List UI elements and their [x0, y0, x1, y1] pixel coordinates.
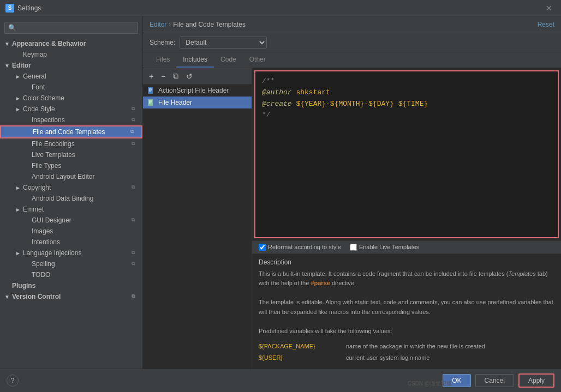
template-item-label: ActionScript File Header — [158, 87, 229, 94]
desc-text-4: The template is editable. Along with sta… — [259, 299, 553, 315]
sidebar-item-todo[interactable]: TODO — [0, 269, 142, 280]
tab-files[interactable]: Files — [150, 52, 176, 68]
close-button[interactable]: ✕ — [542, 3, 556, 14]
sidebar-item-label: Plugins — [12, 282, 35, 290]
tab-includes[interactable]: Includes — [176, 52, 214, 68]
window-title: Settings — [17, 4, 542, 12]
sidebar-item-label: Intentions — [32, 238, 60, 246]
variables-table: ${PACKAGE_NAME} name of the package in w… — [259, 341, 554, 364]
sidebar-item-appearance[interactable]: Appearance & Behavior — [0, 38, 142, 49]
sidebar: Appearance & Behavior Keymap Editor Gene… — [0, 16, 143, 369]
table-row: ${USER} current user system login name — [259, 352, 554, 364]
sidebar-item-inspections[interactable]: Inspections ⧉ — [0, 114, 142, 125]
desc-parse-directive: #parse — [311, 280, 330, 286]
remove-template-button[interactable]: − — [158, 71, 168, 82]
main-container: Appearance & Behavior Keymap Editor Gene… — [0, 16, 561, 392]
desc-text-5: Predefined variables will take the follo… — [259, 328, 392, 334]
sidebar-item-android-data-binding[interactable]: Android Data Binding — [0, 193, 142, 204]
reformat-label[interactable]: Reformat according to style — [268, 244, 341, 250]
scheme-select[interactable]: Default Project — [180, 37, 267, 49]
sidebar-item-label: Code Style — [23, 105, 55, 113]
template-item-file-header[interactable]: File Header — [143, 97, 252, 108]
sidebar-item-plugins[interactable]: Plugins — [0, 280, 142, 291]
code-editor[interactable]: /** @author shkstart @create ${YEAR}-${M… — [254, 70, 559, 238]
reformat-option: Reformat according to style — [259, 244, 341, 251]
options-bar: Reformat according to style Enable Live … — [252, 240, 561, 254]
sidebar-item-label: GUI Designer — [32, 216, 71, 224]
sidebar-item-label: File Encodings — [32, 140, 75, 148]
sidebar-item-images[interactable]: Images — [0, 226, 142, 237]
svg-rect-0 — [148, 87, 153, 94]
code-line-1: /** — [262, 76, 551, 87]
sidebar-item-file-encodings[interactable]: File Encodings ⧉ — [0, 138, 142, 149]
copy-icon: ⧉ — [132, 106, 138, 112]
arrow-icon — [15, 207, 22, 213]
live-templates-label[interactable]: Enable Live Templates — [359, 244, 419, 250]
sidebar-item-label: Images — [32, 227, 53, 235]
template-item-actionscript[interactable]: ActionScript File Header — [143, 85, 252, 97]
copy-icon: ⧉ — [132, 184, 138, 191]
code-line-3: @create ${YEAR}-${MONTH}-${DAY} ${TIME} — [262, 99, 551, 110]
apply-button[interactable]: Apply — [518, 373, 554, 388]
sidebar-item-label: Keymap — [23, 51, 47, 58]
tab-other[interactable]: Other — [243, 52, 272, 68]
sidebar-item-file-types[interactable]: File Types — [0, 160, 142, 171]
arrow-icon — [15, 106, 22, 112]
ok-button[interactable]: OK — [443, 374, 470, 387]
app-icon: S — [5, 4, 14, 13]
scheme-bar: Scheme: Default Project — [143, 33, 561, 52]
table-row: ${PACKAGE_NAME} name of the package in w… — [259, 341, 554, 353]
code-editor-panel: /** @author shkstart @create ${YEAR}-${M… — [252, 68, 561, 369]
sidebar-item-language-injections[interactable]: Language Injections ⧉ — [0, 248, 142, 258]
reset-button[interactable]: Reset — [538, 21, 554, 28]
cancel-button[interactable]: Cancel — [475, 374, 514, 387]
sidebar-item-keymap[interactable]: Keymap — [0, 49, 142, 60]
sidebar-item-gui-designer[interactable]: GUI Designer ⧉ — [0, 215, 142, 226]
live-templates-checkbox[interactable] — [350, 244, 357, 251]
tab-code[interactable]: Code — [214, 52, 243, 68]
add-template-button[interactable]: + — [146, 71, 156, 82]
reformat-checkbox[interactable] — [259, 244, 266, 251]
var-desc-2: current user system login name — [346, 352, 554, 364]
arrow-icon — [4, 63, 11, 69]
code-line-2: @author shkstart — [262, 87, 551, 99]
template-item-label: File Header — [158, 99, 192, 106]
help-button[interactable]: ? — [7, 375, 19, 387]
bottom-bar: ? OK Cancel Apply — [0, 369, 561, 392]
sidebar-item-color-scheme[interactable]: Color Scheme — [0, 93, 142, 104]
sidebar-item-emmet[interactable]: Emmet — [0, 204, 142, 215]
file-icon — [147, 87, 155, 94]
sidebar-item-label: Font — [32, 83, 45, 91]
sidebar-item-copyright[interactable]: Copyright ⧉ — [0, 182, 142, 193]
sidebar-item-spelling[interactable]: Spelling ⧉ — [0, 258, 142, 269]
code-line-4: */ — [262, 110, 551, 121]
sidebar-item-file-and-code-templates[interactable]: File and Code Templates ⧉ — [0, 125, 142, 138]
sidebar-item-label: File Types — [32, 162, 61, 170]
sidebar-item-live-templates[interactable]: Live Templates — [0, 149, 142, 160]
sidebar-item-code-style[interactable]: Code Style ⧉ — [0, 104, 142, 114]
sidebar-item-general[interactable]: General — [0, 71, 142, 82]
copy-icon: ⧉ — [130, 129, 137, 135]
tab-bar: Files Includes Code Other — [143, 52, 561, 68]
desc-text-3: directive. — [330, 280, 356, 286]
title-bar: S Settings ✕ — [0, 0, 561, 16]
editor-area: + − ⧉ ↺ — [143, 68, 561, 369]
copy-icon: ⧉ — [132, 261, 138, 267]
breadcrumb-bar: Editor › File and Code Templates Reset — [143, 16, 561, 33]
description-area: Description This is a built-in template.… — [252, 254, 561, 369]
description-text: This is a built-in template. It contains… — [259, 269, 554, 364]
right-panel: Editor › File and Code Templates Reset S… — [143, 16, 561, 369]
sidebar-item-label: Live Templates — [32, 151, 75, 159]
sidebar-item-label: TODO — [32, 271, 50, 279]
copy-template-button[interactable]: ⧉ — [170, 70, 181, 82]
desc-text-1: This is a built-in template. It contains… — [259, 270, 508, 277]
arrow-icon — [15, 74, 22, 80]
sidebar-item-version-control[interactable]: Version Control ⧉ — [0, 291, 142, 302]
reset-template-button[interactable]: ↺ — [183, 71, 195, 82]
breadcrumb-parent[interactable]: Editor — [150, 21, 166, 28]
sidebar-item-intentions[interactable]: Intentions — [0, 237, 142, 248]
search-input[interactable] — [4, 22, 138, 34]
sidebar-item-android-layout-editor[interactable]: Android Layout Editor — [0, 171, 142, 182]
sidebar-item-font[interactable]: Font — [0, 82, 142, 93]
sidebar-item-editor[interactable]: Editor — [0, 60, 142, 71]
